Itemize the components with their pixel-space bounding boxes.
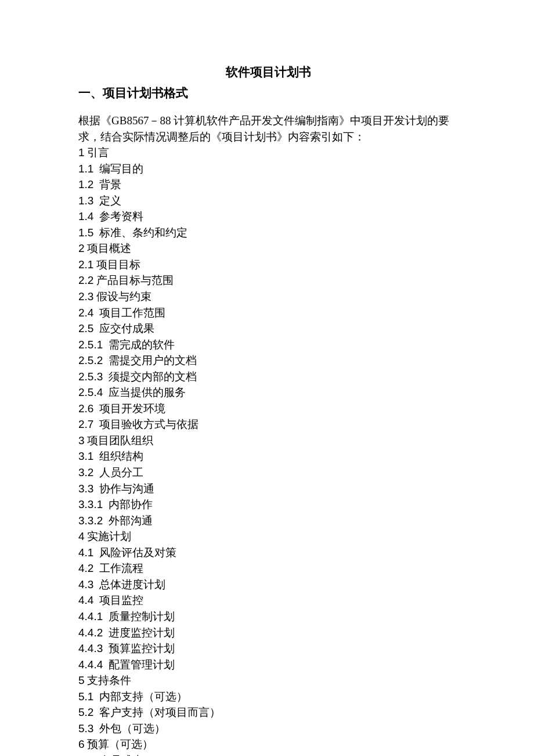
toc-entry-number: 4.2 — [78, 562, 93, 574]
toc-entry-text: 定义 — [93, 195, 121, 207]
toc-entry-number: 2.7 — [78, 418, 93, 430]
toc-entry: 2 项目概述 — [78, 240, 459, 257]
toc-entry-number: 1.1 — [78, 163, 93, 175]
toc-entry-number: 2.2 — [78, 274, 93, 286]
toc-entry-text: 产品目标与范围 — [93, 274, 174, 286]
toc-entry-text: 总体进度计划 — [93, 578, 165, 591]
toc-entry: 4.4.2 进度监控计划 — [78, 625, 459, 641]
section-heading: 一、项目计划书格式 — [78, 85, 459, 101]
toc-entry-number: 2.1 — [78, 258, 93, 271]
toc-entry: 4.4.4 配置管理计划 — [78, 657, 459, 673]
toc-entry-number: 3.2 — [78, 466, 93, 478]
toc-entry-number: 2.6 — [78, 402, 93, 415]
toc-entry-number: 3.3.2 — [78, 514, 103, 527]
toc-entry: 2.5.2 需提交用户的文档 — [78, 352, 459, 369]
toc-entry-text: 背景 — [93, 178, 121, 190]
toc-entry: 1 引言 — [78, 145, 459, 161]
toc-entry-number: 4.4.2 — [78, 627, 103, 639]
toc-entry: 4.4.1 质量控制计划 — [78, 609, 459, 625]
toc-entry: 5 支持条件 — [78, 672, 459, 689]
toc-entry-number: 4.1 — [78, 546, 93, 559]
toc-entry-number: 6 — [78, 738, 85, 750]
toc-entry-text: 项目监控 — [93, 594, 143, 606]
toc-entry: 2.3 假设与约束 — [78, 289, 459, 305]
toc-entry-number: 3.3.1 — [78, 498, 103, 510]
toc-entry: 4 实施计划 — [78, 528, 459, 545]
toc-entry-text: 需完成的软件 — [103, 339, 175, 351]
toc-entry-number: 2.5.2 — [78, 354, 103, 366]
toc-entry-number: 1.5 — [78, 226, 93, 239]
toc-entry-text: 人员分工 — [93, 466, 143, 478]
toc-entry-text: 质量控制计划 — [103, 610, 175, 622]
toc-entry: 1.3 定义 — [78, 193, 459, 209]
toc-entry-text: 实施计划 — [85, 530, 132, 542]
toc-entry-text: 预算监控计划 — [103, 642, 175, 654]
toc-entry-number: 4.4 — [78, 594, 93, 606]
toc-entry-number: 1 — [78, 146, 85, 159]
document-page: 软件项目计划书 一、项目计划书格式 根据《GB8567－88 计算机软件产品开发… — [0, 0, 534, 756]
toc-entry-number: 1.2 — [78, 178, 93, 190]
toc-entry: 2.4 项目工作范围 — [78, 305, 459, 321]
toc-entry-text: 配置管理计划 — [103, 658, 175, 671]
toc-entry: 2.2 产品目标与范围 — [78, 272, 459, 289]
toc-entry: 4.3 总体进度计划 — [78, 577, 459, 593]
toc-container: 1 引言1.1 编写目的1.2 背景1.3 定义1.4 参考资料1.5 标准、条… — [78, 145, 459, 756]
toc-entry-number: 4.4.4 — [78, 658, 103, 671]
toc-entry-number: 2.5.3 — [78, 370, 103, 383]
toc-entry-text: 预算（可选） — [85, 738, 154, 750]
toc-entry-number: 5.1 — [78, 690, 93, 703]
toc-entry: 2.7 项目验收方式与依据 — [78, 416, 459, 433]
toc-entry-number: 5 — [78, 674, 85, 686]
toc-entry-text: 应交付成果 — [93, 322, 154, 334]
intro-paragraph: 根据《GB8567－88 计算机软件产品开发文件编制指南》中项目开发计划的要求，… — [78, 113, 459, 145]
toc-entry-number: 5.2 — [78, 706, 93, 718]
toc-entry-number: 4.4.3 — [78, 642, 103, 654]
toc-entry-text: 协作与沟通 — [93, 483, 154, 495]
toc-entry-text: 项目开发环境 — [93, 402, 165, 415]
toc-entry-text: 进度监控计划 — [103, 627, 175, 639]
toc-entry: 1.5 标准、条约和约定 — [78, 225, 459, 241]
toc-entry: 3.2 人员分工 — [78, 465, 459, 481]
toc-entry-text: 外包（可选） — [93, 722, 165, 735]
toc-entry-text: 内部支持（可选） — [93, 690, 187, 703]
toc-entry: 4.4.3 预算监控计划 — [78, 640, 459, 657]
toc-entry-text: 项目目标 — [93, 258, 140, 271]
toc-entry-text: 引言 — [85, 146, 110, 159]
toc-entry-number: 2.5.1 — [78, 339, 103, 351]
toc-entry-number: 4.4.1 — [78, 610, 103, 622]
toc-entry-text: 需提交用户的文档 — [103, 354, 197, 366]
document-title: 软件项目计划书 — [78, 64, 459, 80]
toc-entry-text: 客户支持（对项目而言） — [93, 706, 221, 718]
toc-entry-number: 4.3 — [78, 578, 93, 591]
toc-entry: 1.4 参考资料 — [78, 208, 459, 225]
toc-entry-number: 1.4 — [78, 210, 93, 222]
toc-entry-text: 编写目的 — [93, 163, 143, 175]
toc-entry: 3.3.1 内部协作 — [78, 496, 459, 513]
toc-entry-number: 2.3 — [78, 290, 93, 303]
toc-entry-text: 项目工作范围 — [93, 307, 165, 319]
toc-entry-text: 风险评估及对策 — [93, 546, 176, 559]
toc-entry-number: 2.5.4 — [78, 386, 103, 398]
toc-entry-number: 2.4 — [78, 307, 93, 319]
toc-entry-number: 2 — [78, 242, 85, 254]
toc-entry-text: 标准、条约和约定 — [93, 226, 187, 239]
toc-entry: 2.5.4 应当提供的服务 — [78, 384, 459, 401]
toc-entry: 3 项目团队组织 — [78, 433, 459, 449]
toc-entry-text: 假设与约束 — [93, 290, 151, 303]
toc-entry: 4.1 风险评估及对策 — [78, 545, 459, 561]
toc-entry: 2.5 应交付成果 — [78, 321, 459, 337]
toc-entry-text: 项目团队组织 — [85, 434, 154, 447]
toc-entry: 4.2 工作流程 — [78, 560, 459, 577]
toc-entry-number: 2.5 — [78, 322, 93, 334]
toc-entry: 2.6 项目开发环境 — [78, 401, 459, 417]
toc-entry-text: 须提交内部的文档 — [103, 370, 197, 383]
toc-entry: 1.2 背景 — [78, 177, 459, 193]
toc-entry-number: 3.3 — [78, 483, 93, 495]
toc-entry-number: 4 — [78, 530, 85, 542]
toc-entry: 6 预算（可选） — [78, 736, 459, 753]
toc-entry: 6.1 人员成本 — [78, 753, 459, 756]
toc-entry-number: 3.1 — [78, 450, 93, 462]
toc-entry-text: 内部协作 — [103, 498, 153, 510]
toc-entry-text: 参考资料 — [93, 210, 143, 222]
toc-entry-number: 1.3 — [78, 195, 93, 207]
